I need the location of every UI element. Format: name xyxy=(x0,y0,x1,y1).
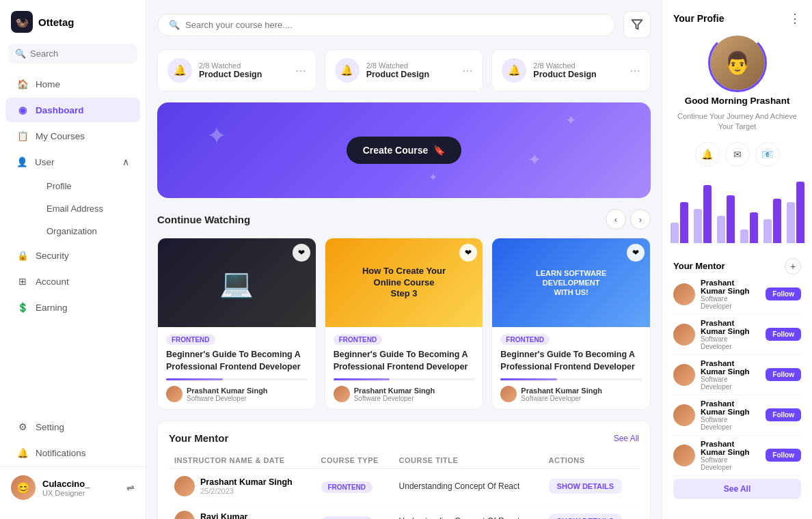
create-course-button[interactable]: Create Course 🔖 xyxy=(347,137,462,164)
continue-watching-section: Continue Watching ‹ › 💻 ❤ FRONTEND Begin… xyxy=(157,209,651,410)
search-bar-input[interactable] xyxy=(185,20,604,30)
course-body-1: FRONTEND Beginner's Guide To Becoming A … xyxy=(325,327,483,409)
course-thumb-1: How To Create YourOnline CourseStep 3 ❤ xyxy=(325,238,483,327)
course-thumb-2: LEARN SOFTWAREDEVELOPMENTWITH US! ❤ xyxy=(492,238,650,327)
watch-count-0: 2/8 Watched xyxy=(199,61,288,70)
account-icon: ⊞ xyxy=(16,276,29,287)
watch-bell-1: 🔔 xyxy=(335,58,360,83)
course-name-0: Beginner's Guide To Becoming A Professio… xyxy=(166,349,308,373)
sidebar-item-earning[interactable]: 💲 Earning xyxy=(5,295,140,320)
sidebar-user-profile: 😊 Culaccino_ UX Designer ⇌ xyxy=(0,466,146,508)
your-mentor-see-all[interactable]: See All xyxy=(614,434,639,443)
sidebar-item-home[interactable]: 🏠 Home xyxy=(5,72,140,96)
earning-icon: 💲 xyxy=(16,302,29,313)
profile-section: 👨 Good Morning Prashant Continue Your Jo… xyxy=(673,36,801,132)
col-title: Course Title xyxy=(394,452,543,469)
right-panel-more-button[interactable]: ⋮ xyxy=(789,11,801,26)
sidebar-item-setting[interactable]: ⚙ Setting xyxy=(5,415,140,439)
mentor-item-name: Prashant Kumar Singh xyxy=(701,440,760,456)
mentor-row-title: Understanding Concept Of React xyxy=(394,469,543,504)
mentor-row-type: FRONTEND xyxy=(316,469,394,504)
watch-cards-row: 🔔 2/8 Watched Product Design ⋯ 🔔 2/8 Wat… xyxy=(157,49,651,92)
author-name-1: Prashant Kumar Singh xyxy=(354,387,435,395)
search-bar[interactable]: 🔍 xyxy=(157,14,615,36)
sidebar-item-notifications[interactable]: 🔔 Notifications xyxy=(5,440,140,465)
profile-message2-button[interactable]: 📧 xyxy=(755,142,780,167)
chart-bar-group xyxy=(671,202,688,243)
sidebar-item-profile[interactable]: Profile xyxy=(36,176,140,197)
navigation-arrows: ‹ › xyxy=(606,209,651,229)
author-avatar-2 xyxy=(500,386,517,402)
follow-button[interactable]: Follow xyxy=(766,408,801,421)
author-avatar-0 xyxy=(166,386,182,402)
watch-info-1: 2/8 Watched Product Design xyxy=(366,61,456,79)
watch-more-1[interactable]: ⋯ xyxy=(462,64,473,77)
mentor-row-type: FRONTEND xyxy=(316,504,394,520)
sidebar-item-dashboard[interactable]: ◉ Dashboard xyxy=(5,98,140,122)
sidebar-user-section[interactable]: 👤 User ∧ xyxy=(5,150,140,174)
logo-icon: 🦦 xyxy=(11,11,33,33)
app-name: Ottetag xyxy=(38,16,75,28)
chart-bar xyxy=(680,202,688,243)
mentor-item-info: Prashant Kumar Singh Software Developer xyxy=(701,279,760,310)
sidebar-item-organization[interactable]: Organization xyxy=(36,221,140,242)
profile-message1-button[interactable]: ✉ xyxy=(725,142,750,167)
chart-bar-group xyxy=(787,182,804,243)
mentor-item-avatar xyxy=(673,324,695,346)
watch-info-0: 2/8 Watched Product Design xyxy=(199,61,288,79)
prev-arrow-button[interactable]: ‹ xyxy=(606,209,626,229)
mentor-right-item: Prashant Kumar Singh Software Developer … xyxy=(673,395,801,436)
see-all-mentors-button[interactable]: See All xyxy=(673,479,801,499)
mentor-row-author: Prashant Kumar Singh 25/2/2023 xyxy=(169,469,316,504)
chart-bar xyxy=(694,209,702,243)
mentor-table-row: Prashant Kumar Singh 25/2/2023 FRONTEND … xyxy=(169,469,639,504)
chart-bar xyxy=(703,185,712,243)
course-name-1: Beginner's Guide To Becoming A Professio… xyxy=(334,349,475,373)
course-thumb-0: 💻 ❤ xyxy=(158,238,316,327)
mentor-name: Prashant Kumar Singh xyxy=(200,477,293,487)
next-arrow-button[interactable]: › xyxy=(630,209,651,229)
sidebar-item-account[interactable]: ⊞ Account xyxy=(5,269,140,294)
sidebar-search-container[interactable]: 🔍 xyxy=(8,44,137,64)
course-progress-bar-2 xyxy=(500,378,557,380)
user-subnav: Profile Email Address Organization xyxy=(0,176,146,243)
author-name-0: Prashant Kumar Singh xyxy=(187,387,268,395)
filter-button[interactable] xyxy=(623,11,651,38)
mentor-item-role: Software Developer xyxy=(701,456,760,471)
chart-bar-group xyxy=(694,185,712,243)
follow-button[interactable]: Follow xyxy=(766,287,801,300)
sidebar-item-my-courses[interactable]: 📋 My Courses xyxy=(5,124,140,148)
profile-actions: 🔔 ✉ 📧 xyxy=(673,142,801,167)
follow-button[interactable]: Follow xyxy=(766,449,801,462)
add-mentor-button[interactable]: + xyxy=(785,258,801,275)
col-instructor: Instructor Name & Date xyxy=(169,452,316,469)
course-body-2: FRONTEND Beginner's Guide To Becoming A … xyxy=(492,327,650,409)
follow-button[interactable]: Follow xyxy=(766,328,801,341)
show-details-button[interactable]: SHOW DETAILS xyxy=(549,479,623,494)
profile-bell-button[interactable]: 🔔 xyxy=(695,142,720,167)
chart-bar xyxy=(787,202,795,243)
sidebar-item-email-address[interactable]: Email Address xyxy=(36,198,140,219)
user-avatar: 😊 xyxy=(11,475,36,500)
watch-more-0[interactable]: ⋯ xyxy=(295,64,306,77)
right-panel-header: Your Profie ⋮ xyxy=(673,11,801,26)
follow-button[interactable]: Follow xyxy=(766,368,801,381)
watch-more-2[interactable]: ⋯ xyxy=(630,64,640,77)
mentor-name: Ravi Kumar xyxy=(200,512,247,519)
user-info: Culaccino_ UX Designer xyxy=(42,479,120,497)
watch-title-0: Product Design xyxy=(199,70,288,79)
author-info-2: Prashant Kumar Singh Software Developer xyxy=(521,387,602,402)
mentor-item-name: Prashant Kumar Singh xyxy=(701,399,760,416)
mentor-item-role: Software Developer xyxy=(701,335,760,350)
top-bar: 🔍 xyxy=(157,11,651,38)
show-details-button[interactable]: SHOW DETAILS xyxy=(549,514,623,519)
watch-count-1: 2/8 Watched xyxy=(366,61,456,70)
course-progress-2 xyxy=(500,378,642,380)
author-role-0: Software Developer xyxy=(187,395,268,402)
sidebar-search-input[interactable] xyxy=(30,48,131,59)
watch-card-2: 🔔 2/8 Watched Product Design ⋯ xyxy=(491,49,651,92)
sidebar-item-security[interactable]: 🔒 Security xyxy=(5,243,140,268)
user-settings-icon[interactable]: ⇌ xyxy=(126,482,135,493)
user-display-name: Culaccino_ xyxy=(42,479,120,489)
mentor-right-item: Prashant Kumar Singh Software Developer … xyxy=(673,436,801,476)
